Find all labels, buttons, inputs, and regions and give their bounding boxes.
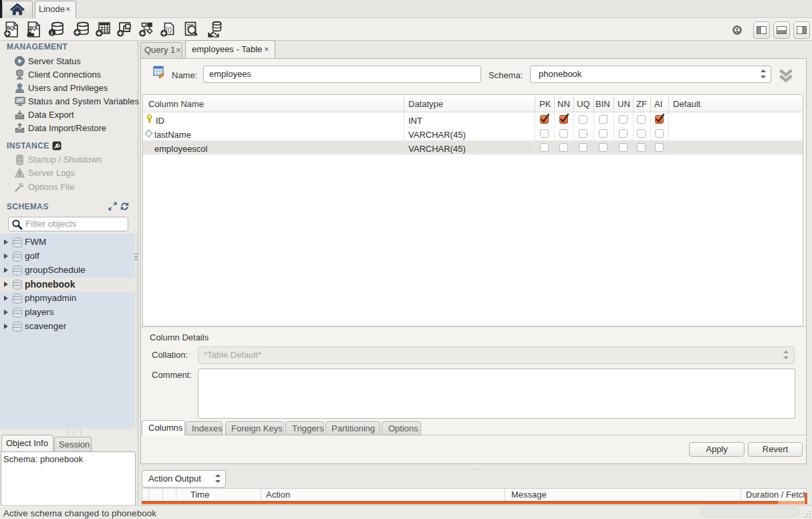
svg-text:SQL: SQL bbox=[7, 25, 17, 31]
svg-text:{(): {() bbox=[166, 26, 172, 33]
